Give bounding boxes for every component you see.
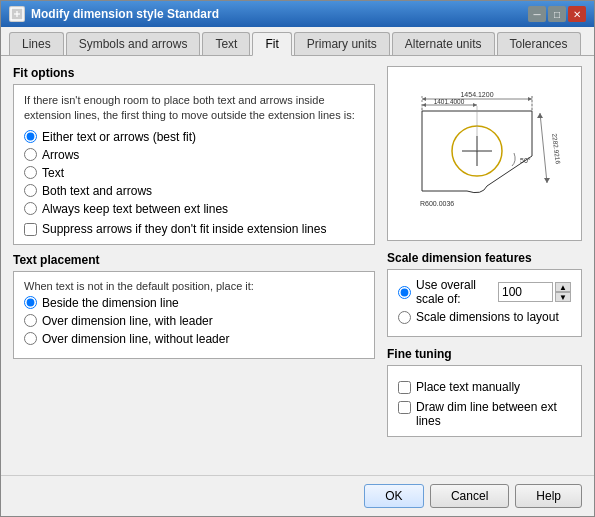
maximize-button[interactable]: □ bbox=[548, 6, 566, 22]
scale-up-button[interactable]: ▲ bbox=[555, 282, 571, 292]
title-bar: Modify dimension style Standard ─ □ ✕ bbox=[1, 1, 594, 27]
main-window: Modify dimension style Standard ─ □ ✕ Li… bbox=[0, 0, 595, 517]
fit-description: If there isn't enough room to place both… bbox=[24, 93, 364, 124]
title-bar-left: Modify dimension style Standard bbox=[9, 6, 219, 22]
scale-overall-label: Use overall scale of: bbox=[416, 278, 493, 306]
fit-radio-keep-text[interactable]: Always keep text between ext lines bbox=[24, 202, 364, 216]
tab-fit[interactable]: Fit bbox=[252, 32, 291, 56]
minimize-button[interactable]: ─ bbox=[528, 6, 546, 22]
tp-radio-over-no-leader-label: Over dimension line, without leader bbox=[42, 332, 229, 346]
tab-primary-units[interactable]: Primary units bbox=[294, 32, 390, 55]
fit-radio-text[interactable]: Text bbox=[24, 166, 364, 180]
footer: OK Cancel Help bbox=[1, 475, 594, 516]
text-placement-box: When text is not in the default position… bbox=[13, 271, 375, 359]
text-placement-desc: When text is not in the default position… bbox=[24, 280, 364, 292]
scale-title: Scale dimension features bbox=[387, 251, 582, 265]
title-bar-buttons: ─ □ ✕ bbox=[528, 6, 586, 22]
tp-radio-beside-input[interactable] bbox=[24, 296, 37, 309]
preview-box: 1454.1200 1401.4000 2282.9216 bbox=[387, 66, 582, 241]
tab-lines[interactable]: Lines bbox=[9, 32, 64, 55]
scale-overall-row: Use overall scale of: ▲ ▼ bbox=[398, 278, 571, 306]
scale-overall-radio[interactable] bbox=[398, 286, 411, 299]
fit-radio-best-fit-input[interactable] bbox=[24, 130, 37, 143]
fit-radio-best-fit[interactable]: Either text or arrows (best fit) bbox=[24, 130, 364, 144]
svg-text:1401.4000: 1401.4000 bbox=[434, 98, 465, 105]
fit-radio-keep-text-label: Always keep text between ext lines bbox=[42, 202, 228, 216]
fit-radio-both-input[interactable] bbox=[24, 184, 37, 197]
fit-radio-both-label: Both text and arrows bbox=[42, 184, 152, 198]
scale-spinner: ▲ ▼ bbox=[555, 282, 571, 302]
fit-suppress-checkbox-row[interactable]: Suppress arrows if they don't fit inside… bbox=[24, 222, 364, 236]
text-placement-section: Text placement When text is not in the d… bbox=[13, 253, 375, 359]
fit-options-title: Fit options bbox=[13, 66, 375, 80]
fit-radio-best-fit-label: Either text or arrows (best fit) bbox=[42, 130, 196, 144]
draw-dim-checkbox[interactable] bbox=[398, 401, 411, 414]
left-panel: Fit options If there isn't enough room t… bbox=[13, 66, 375, 465]
svg-text:R600.0036: R600.0036 bbox=[420, 200, 454, 207]
fine-tuning-section: Fine tuning Place text manually Draw dim… bbox=[387, 347, 582, 437]
close-button[interactable]: ✕ bbox=[568, 6, 586, 22]
scale-layout-label: Scale dimensions to layout bbox=[416, 310, 559, 324]
ok-button[interactable]: OK bbox=[364, 484, 424, 508]
draw-dim-label: Draw dim line between ext lines bbox=[416, 400, 571, 428]
scale-down-button[interactable]: ▼ bbox=[555, 292, 571, 302]
fit-radio-text-input[interactable] bbox=[24, 166, 37, 179]
tp-radio-over-leader-label: Over dimension line, with leader bbox=[42, 314, 213, 328]
preview-svg: 1454.1200 1401.4000 2282.9216 bbox=[392, 71, 577, 236]
fit-radio-arrows[interactable]: Arrows bbox=[24, 148, 364, 162]
tp-radio-over-no-leader[interactable]: Over dimension line, without leader bbox=[24, 332, 364, 346]
tab-text[interactable]: Text bbox=[202, 32, 250, 55]
fit-radio-arrows-label: Arrows bbox=[42, 148, 79, 162]
help-button[interactable]: Help bbox=[515, 484, 582, 508]
tabs-bar: Lines Symbols and arrows Text Fit Primar… bbox=[1, 27, 594, 56]
scale-box: Use overall scale of: ▲ ▼ Scale dimensio… bbox=[387, 269, 582, 337]
fit-radio-keep-text-input[interactable] bbox=[24, 202, 37, 215]
fit-options-section: Fit options If there isn't enough room t… bbox=[13, 66, 375, 245]
text-placement-title: Text placement bbox=[13, 253, 375, 267]
tab-alternate-units[interactable]: Alternate units bbox=[392, 32, 495, 55]
svg-text:50°: 50° bbox=[520, 157, 531, 164]
fit-suppress-label: Suppress arrows if they don't fit inside… bbox=[42, 222, 326, 236]
scale-section: Scale dimension features Use overall sca… bbox=[387, 251, 582, 337]
scale-layout-row: Scale dimensions to layout bbox=[398, 310, 571, 324]
window-icon bbox=[9, 6, 25, 22]
tp-radio-over-no-leader-input[interactable] bbox=[24, 332, 37, 345]
tp-radio-over-leader[interactable]: Over dimension line, with leader bbox=[24, 314, 364, 328]
tp-radio-beside-label: Beside the dimension line bbox=[42, 296, 179, 310]
cancel-button[interactable]: Cancel bbox=[430, 484, 509, 508]
fit-radio-arrows-input[interactable] bbox=[24, 148, 37, 161]
fine-draw-dim-row: Draw dim line between ext lines bbox=[398, 400, 571, 428]
place-text-checkbox[interactable] bbox=[398, 381, 411, 394]
fit-radio-text-label: Text bbox=[42, 166, 64, 180]
fit-radio-both[interactable]: Both text and arrows bbox=[24, 184, 364, 198]
fine-place-text-row: Place text manually bbox=[398, 380, 571, 394]
fit-options-box: If there isn't enough room to place both… bbox=[13, 84, 375, 245]
fit-suppress-checkbox[interactable] bbox=[24, 223, 37, 236]
svg-text:1454.1200: 1454.1200 bbox=[460, 91, 493, 98]
tp-radio-over-leader-input[interactable] bbox=[24, 314, 37, 327]
right-panel: 1454.1200 1401.4000 2282.9216 bbox=[387, 66, 582, 465]
tp-radio-beside[interactable]: Beside the dimension line bbox=[24, 296, 364, 310]
tab-symbols-arrows[interactable]: Symbols and arrows bbox=[66, 32, 201, 55]
window-title: Modify dimension style Standard bbox=[31, 7, 219, 21]
place-text-label: Place text manually bbox=[416, 380, 520, 394]
fine-tuning-title: Fine tuning bbox=[387, 347, 582, 361]
scale-input-group: ▲ ▼ bbox=[498, 282, 571, 302]
scale-value-input[interactable] bbox=[498, 282, 553, 302]
scale-layout-radio[interactable] bbox=[398, 311, 411, 324]
fine-tuning-box: Place text manually Draw dim line betwee… bbox=[387, 365, 582, 437]
tab-tolerances[interactable]: Tolerances bbox=[497, 32, 581, 55]
content-area: Fit options If there isn't enough room t… bbox=[1, 56, 594, 475]
